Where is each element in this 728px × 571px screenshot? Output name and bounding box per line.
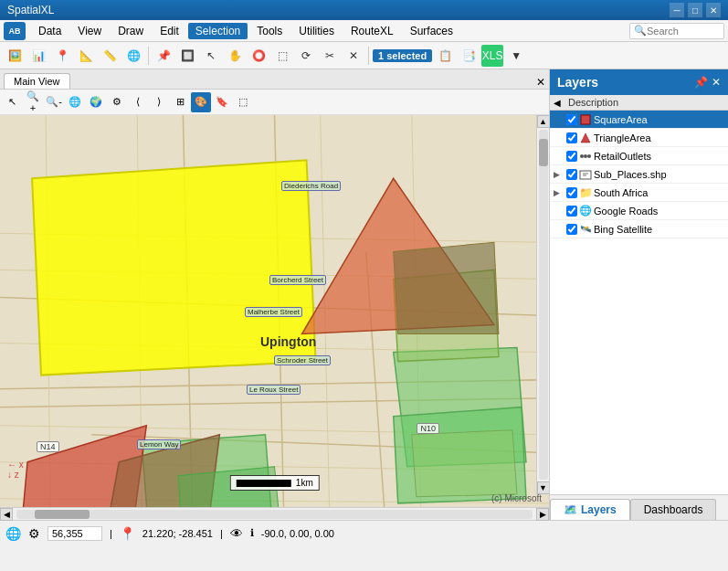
toolbar-btn-5[interactable]: 📏 [99,45,121,67]
menu-utilities[interactable]: Utilities [291,23,342,39]
close-button[interactable]: ✕ [706,3,721,17]
map-toolbar: ↖ 🔍+ 🔍- 🌐 🌍 ⚙ ⟨ ⟩ ⊞ 🎨 🔖 ⬚ [0,90,549,115]
toolbar-btn-table[interactable]: 📑 [458,45,480,67]
tab-close-btn[interactable]: ✕ [536,76,545,89]
toolbar-btn-9[interactable]: ↖ [200,45,222,67]
tab-dashboards[interactable]: Dashboards [630,499,717,520]
toolbar-btn-12[interactable]: ⬚ [271,45,293,67]
toolbar-btn-13[interactable]: ⟳ [295,45,317,67]
layers-desc-bar: ◀ Description [550,95,728,111]
layer-sym-subplaces [579,169,592,180]
layer-check-retailoutlets[interactable] [566,151,577,162]
city-label-upington: Upington [260,334,316,349]
layer-check-trianglearea[interactable] [566,132,577,143]
zoom-input[interactable] [47,526,102,541]
scroll-right-btn[interactable]: ▶ [536,508,549,521]
scroll-track-v [539,130,548,480]
layer-item-southafrica[interactable]: ▶ 📁 South Africa [550,184,728,202]
toolbar-btn-6[interactable]: 🌐 [122,45,144,67]
main-layout: Main View ✕ ↖ 🔍+ 🔍- 🌐 🌍 ⚙ ⟨ ⟩ ⊞ 🎨 🔖 ⬚ [0,69,728,520]
layer-item-squarearea[interactable]: SquareArea [550,111,728,129]
maximize-button[interactable]: □ [688,3,702,17]
layer-expand-googleroads [554,206,564,216]
map-tool-extra[interactable]: ⬚ [233,92,253,112]
scroll-up-btn[interactable]: ▲ [537,115,550,128]
menu-data[interactable]: Data [31,23,69,39]
svg-marker-28 [412,430,517,497]
layer-check-squarearea[interactable] [566,114,577,125]
menu-routexl[interactable]: RouteXL [343,23,401,39]
menu-draw[interactable]: Draw [111,23,151,39]
layer-expand-subplaces[interactable]: ▶ [554,170,564,179]
layer-check-bingsatellite[interactable] [566,224,577,235]
layer-item-googleroads[interactable]: 🌐 Google Roads [550,202,728,220]
toolbar-btn-8[interactable]: 🔲 [176,45,198,67]
layers-close-btn[interactable]: ✕ [712,76,721,89]
map-tool-zoomin[interactable]: 🔍+ [23,92,43,112]
map-tool-zoomout[interactable]: 🔍- [44,92,64,112]
minimize-button[interactable]: ─ [670,3,684,17]
menu-view[interactable]: View [70,23,109,39]
toolbar-btn-7[interactable]: 📌 [153,45,174,67]
layer-check-subplaces[interactable] [566,169,577,180]
map-scrollbar-v[interactable]: ▲ ▼ [536,115,549,494]
menu-selection[interactable]: Selection [188,23,248,39]
map-tool-globe1[interactable]: 🌐 [65,92,85,112]
layer-item-bingsatellite[interactable]: 🛰️ Bing Satellite [550,220,728,238]
map-tool-globe2[interactable]: 🌍 [86,92,106,112]
toolbar-btn-11[interactable]: ⭕ [248,45,269,67]
menu-edit[interactable]: Edit [153,23,186,39]
map-area[interactable]: Diederichs Road Borcherd Street Malherbe… [0,115,549,507]
toolbar-btn-1[interactable]: 🖼️ [4,45,26,67]
svg-point-31 [580,154,584,158]
toolbar-btn-14[interactable]: ✂ [319,45,341,67]
selected-count-badge: 1 selected [373,49,432,62]
tab-layers[interactable]: 🗺️ Layers [550,499,630,520]
map-tool-nav-right[interactable]: ⟩ [149,92,169,112]
toolbar-btn-2[interactable]: 📊 [27,45,49,67]
layer-item-trianglearea[interactable]: TriangleArea [550,129,728,147]
search-input[interactable] [647,26,720,37]
map-tool-settings[interactable]: ⚙ [107,92,127,112]
layers-collapse-btn[interactable]: ◀ [550,95,564,110]
svg-marker-23 [394,242,499,333]
road-label-n10: N10 [417,423,439,434]
toolbar-btn-dropdown[interactable]: ▼ [505,45,527,67]
layers-pin-btn[interactable]: 📌 [694,76,708,89]
map-copyright: (c) Microsoft [491,493,542,503]
toolbar-sep-1 [148,47,149,65]
layer-sym-squarearea [579,114,592,125]
scroll-down-btn[interactable]: ▼ [537,481,550,494]
map-scrollbar-h[interactable]: ◀ ▶ [0,507,549,520]
scroll-left-btn[interactable]: ◀ [0,508,13,521]
menu-search-box[interactable]: 🔍 [629,23,724,39]
dashboards-tab-label: Dashboards [644,503,703,516]
map-tool-nav-left[interactable]: ⟨ [128,92,148,112]
main-view-tab[interactable]: Main View [4,73,70,89]
layer-name-googleroads: Google Roads [594,206,724,217]
layer-expand-bingsatellite [554,225,564,234]
scale-bar: 1km [229,475,319,491]
toolbar-btn-4[interactable]: 📐 [75,45,97,67]
toolbar-btn-export[interactable]: XLS [481,45,503,67]
map-tool-style[interactable]: 🎨 [191,92,211,112]
menu-tools[interactable]: Tools [249,23,290,39]
map-tool-grid[interactable]: ⊞ [170,92,190,112]
map-tool-bookmark[interactable]: 🔖 [212,92,232,112]
scroll-thumb-h [35,510,90,519]
status-sep-1: | [110,528,112,539]
toolbar-btn-15[interactable]: ✕ [343,45,364,67]
layer-item-retailoutlets[interactable]: RetailOutlets [550,147,728,165]
map-tool-select[interactable]: ↖ [2,92,22,112]
road-label-n14: N14 [37,441,59,452]
zoom-control[interactable] [47,526,102,541]
layer-check-googleroads[interactable] [566,206,577,217]
toolbar-btn-3[interactable]: 📍 [51,45,73,67]
menu-surfaces[interactable]: Surfaces [403,23,460,39]
map-panel: Main View ✕ ↖ 🔍+ 🔍- 🌐 🌍 ⚙ ⟨ ⟩ ⊞ 🎨 🔖 ⬚ [0,69,550,520]
toolbar-btn-copy[interactable]: 📋 [434,45,456,67]
toolbar-btn-10[interactable]: ✋ [224,45,246,67]
layer-item-subplaces[interactable]: ▶ Sub_Places.shp [550,165,728,184]
layer-expand-southafrica[interactable]: ▶ [554,188,564,197]
layer-check-southafrica[interactable] [566,187,577,198]
